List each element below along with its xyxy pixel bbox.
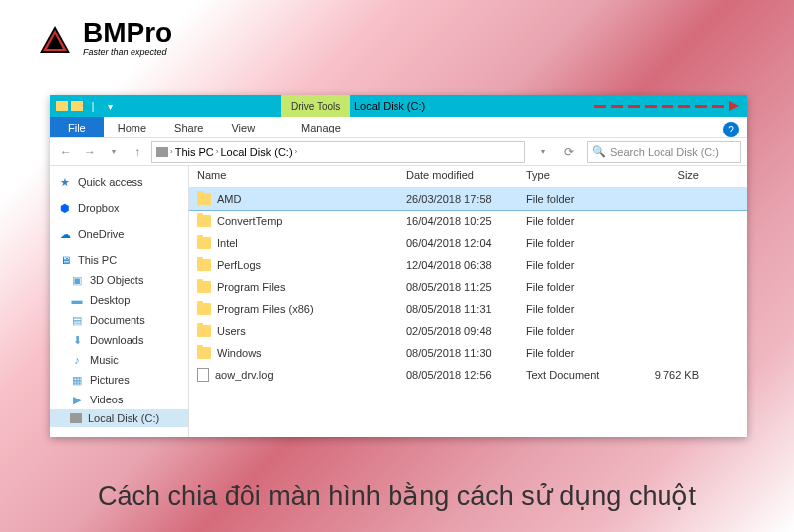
picture-icon: ▦	[70, 373, 84, 387]
column-headers: Name Date modified Type Size	[189, 166, 747, 188]
divider: |	[86, 99, 100, 113]
titlebar[interactable]: | ▾ Drive Tools Local Disk (C:)	[50, 95, 747, 117]
file-date: 08/05/2018 11:30	[398, 347, 518, 359]
file-name: ConvertTemp	[217, 215, 282, 227]
file-list: Name Date modified Type Size AMD26/03/20…	[189, 166, 747, 437]
folder-icon	[197, 281, 211, 293]
table-row[interactable]: Program Files08/05/2018 11:25File folder	[189, 276, 747, 298]
sidebar-item-downloads[interactable]: ⬇Downloads	[50, 330, 188, 350]
file-date: 08/05/2018 12:56	[398, 369, 518, 381]
refresh-icon[interactable]: ⟳	[559, 142, 579, 162]
file-name: Users	[217, 325, 246, 337]
pc-icon: 🖥	[58, 253, 72, 267]
dropdown-icon[interactable]: ▾	[103, 99, 117, 113]
sidebar-item-documents[interactable]: ▤Documents	[50, 310, 188, 330]
help-icon[interactable]: ?	[723, 122, 739, 137]
file-date: 08/05/2018 11:25	[398, 281, 518, 293]
folder-icon	[197, 325, 211, 337]
sidebar-item-desktop[interactable]: ▬Desktop	[50, 290, 188, 310]
file-name: AMD	[217, 193, 241, 205]
folder-icon	[197, 215, 211, 227]
music-icon: ♪	[70, 353, 84, 367]
file-explorer-window: | ▾ Drive Tools Local Disk (C:) File Hom…	[50, 95, 747, 437]
file-type: File folder	[518, 303, 618, 315]
sidebar-item-music[interactable]: ♪Music	[50, 350, 188, 370]
sidebar-item-3d-objects[interactable]: ▣3D Objects	[50, 270, 188, 290]
table-row[interactable]: AMD26/03/2018 17:58File folder	[189, 188, 747, 210]
logo-tagline: Faster than expected	[83, 47, 172, 57]
table-row[interactable]: aow_drv.log08/05/2018 12:56Text Document…	[189, 364, 747, 386]
folder-icon	[197, 193, 211, 205]
table-row[interactable]: Windows08/05/2018 11:30File folder	[189, 342, 747, 364]
home-tab[interactable]: Home	[104, 117, 160, 137]
share-tab[interactable]: Share	[160, 117, 217, 137]
back-button[interactable]: ←	[56, 142, 76, 162]
file-date: 02/05/2018 09:48	[398, 325, 518, 337]
sidebar-item-local-disk[interactable]: Local Disk (C:)	[50, 409, 188, 427]
sidebar-item-pictures[interactable]: ▦Pictures	[50, 370, 188, 390]
system-icon[interactable]	[56, 101, 68, 111]
file-type: File folder	[518, 259, 618, 271]
file-name: Program Files (x86)	[217, 303, 314, 315]
forward-button[interactable]: →	[80, 142, 100, 162]
file-size: 9,762 KB	[618, 369, 707, 381]
file-type: File folder	[518, 281, 618, 293]
manage-tab[interactable]: Manage	[287, 0, 355, 299]
file-icon	[197, 368, 209, 382]
table-row[interactable]: PerfLogs12/04/2018 06:38File folder	[189, 254, 747, 276]
column-type[interactable]: Type	[518, 166, 618, 187]
recent-dropdown[interactable]: ▾	[104, 142, 124, 162]
table-row[interactable]: ConvertTemp16/04/2018 10:25File folder	[189, 210, 747, 232]
chevron-right-icon[interactable]: ›	[216, 147, 219, 156]
file-name: Program Files	[217, 281, 285, 293]
logo-brand: BMPro	[83, 19, 172, 47]
folder-icon	[197, 347, 211, 359]
dropbox-icon: ⬢	[58, 201, 72, 215]
sidebar-item-onedrive[interactable]: ☁OneDrive	[50, 224, 188, 244]
table-row[interactable]: Program Files (x86)08/05/2018 11:31File …	[189, 298, 747, 320]
sidebar-item-this-pc[interactable]: 🖥This PC	[50, 250, 188, 270]
navigation-pane: ★Quick access ⬢Dropbox ☁OneDrive 🖥This P…	[50, 166, 189, 437]
chevron-right-icon[interactable]: ›	[170, 147, 173, 156]
file-date: 08/05/2018 11:31	[398, 303, 518, 315]
file-rows: AMD26/03/2018 17:58File folderConvertTem…	[189, 188, 747, 437]
file-type: File folder	[518, 237, 618, 249]
file-type: File folder	[518, 193, 618, 205]
file-name: aow_drv.log	[215, 369, 274, 381]
file-type: File folder	[518, 215, 618, 227]
ribbon: File Home Share View Manage ?	[50, 117, 747, 138]
folder-icon	[197, 259, 211, 271]
folder-icon	[197, 237, 211, 249]
sidebar-item-videos[interactable]: ▶Videos	[50, 390, 188, 409]
folder-icon[interactable]	[71, 101, 83, 111]
column-date[interactable]: Date modified	[398, 166, 518, 187]
file-date: 06/04/2018 12:04	[398, 237, 518, 249]
search-input[interactable]: 🔍 Search Local Disk (C:)	[587, 141, 741, 163]
logo-icon	[35, 18, 75, 58]
cloud-icon: ☁	[58, 227, 72, 241]
sidebar-item-dropbox[interactable]: ⬢Dropbox	[50, 198, 188, 218]
video-icon: ▶	[70, 393, 84, 406]
address-bar: ← → ▾ ↑ › This PC › Local Disk (C:) › ▾ …	[50, 138, 747, 166]
cube-icon: ▣	[70, 273, 84, 287]
up-button[interactable]: ↑	[128, 142, 147, 162]
table-row[interactable]: Intel06/04/2018 12:04File folder	[189, 232, 747, 254]
breadcrumb-segment[interactable]: This PC	[175, 146, 214, 158]
sidebar-item-quick-access[interactable]: ★Quick access	[50, 172, 188, 192]
caption-text: Cách chia đôi màn hình bằng cách sử dụng…	[0, 480, 794, 512]
table-row[interactable]: Users02/05/2018 09:48File folder	[189, 320, 747, 342]
search-placeholder: Search Local Disk (C:)	[610, 146, 719, 158]
file-date: 12/04/2018 06:38	[398, 259, 518, 271]
folder-icon	[197, 303, 211, 315]
file-tab[interactable]: File	[50, 117, 104, 137]
logo: BMPro Faster than expected	[35, 18, 172, 58]
breadcrumb-segment[interactable]: Local Disk (C:)	[220, 146, 292, 158]
view-tab[interactable]: View	[217, 117, 269, 137]
column-size[interactable]: Size	[618, 166, 707, 187]
file-type: Text Document	[518, 369, 618, 381]
drive-icon	[70, 413, 82, 423]
drive-icon	[156, 147, 168, 157]
drag-indicator-arrow	[594, 101, 739, 111]
desktop-icon: ▬	[70, 293, 84, 307]
dropdown-icon[interactable]: ▾	[533, 142, 553, 162]
